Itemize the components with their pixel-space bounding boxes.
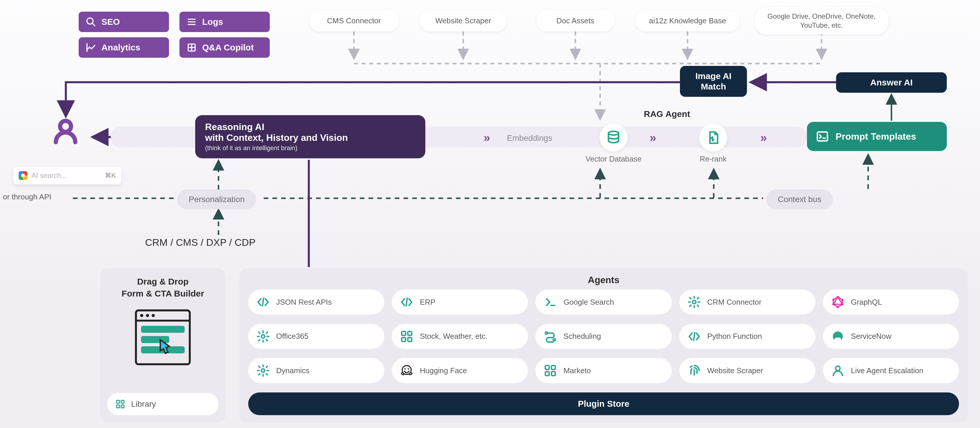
node-vector-database: Vector Database: [585, 124, 641, 164]
agent-stock-weather-etc[interactable]: Stock, Weather, etc.: [392, 324, 528, 349]
route-icon: [544, 330, 557, 343]
svg-point-8: [60, 121, 71, 132]
prompt-templates-block: Prompt Templates: [807, 122, 947, 151]
agent-hugging-face[interactable]: Hugging Face: [392, 358, 528, 383]
source-website-scraper: Website Scraper: [420, 10, 507, 32]
builder-line1: Drag & Drop: [121, 276, 204, 288]
reasoning-ai-block: Reasoning AI with Context, History and V…: [195, 115, 425, 158]
grid-icon: [115, 399, 125, 409]
svg-line-42: [694, 332, 695, 340]
chevrons-icon: ››: [650, 131, 655, 144]
svg-point-30: [841, 299, 843, 301]
chevrons-icon: ››: [484, 131, 489, 144]
library-button[interactable]: Library: [107, 393, 218, 415]
svg-rect-10: [818, 132, 828, 141]
analytics-button[interactable]: Analytics: [79, 37, 169, 58]
agents-panel: Agents JSON Rest APIsERPGoogle SearchCRM…: [239, 268, 968, 423]
svg-rect-21: [121, 400, 124, 403]
agent-graphql[interactable]: GraphQL: [823, 289, 959, 315]
svg-rect-17: [141, 326, 185, 333]
table-icon: [186, 42, 197, 53]
svg-rect-39: [408, 337, 412, 341]
svg-point-51: [835, 366, 840, 371]
gear-icon: [256, 330, 270, 343]
agent-json-rest-apis[interactable]: JSON Rest APIs: [248, 289, 384, 315]
agents-title: Agents: [248, 275, 959, 286]
svg-rect-49: [545, 372, 549, 375]
source-cloud-drives: Google Drive, OneDrive, OneNote, YouTube…: [754, 7, 889, 34]
svg-line-24: [262, 298, 264, 306]
user-icon: [51, 117, 80, 146]
source-knowledge-base: ai12z Knowledge Base: [635, 10, 740, 32]
agent-label: Website Scraper: [707, 366, 763, 375]
terminal-icon: [816, 130, 829, 143]
svg-point-16: [152, 314, 155, 317]
database-icon: [606, 130, 621, 145]
chart-icon: [86, 42, 96, 53]
svg-point-9: [609, 131, 619, 135]
library-label: Library: [131, 399, 156, 409]
agent-label: Python Function: [707, 332, 762, 341]
form-builder-panel: Drag & Drop Form & CTA Builder Library: [100, 268, 226, 423]
document-sort-icon: [706, 130, 721, 145]
svg-rect-18: [141, 336, 169, 343]
agent-python-function[interactable]: Python Function: [679, 324, 815, 349]
user-icon: [831, 364, 845, 377]
search-shortcut: ⌘K: [105, 172, 116, 179]
logs-button[interactable]: Logs: [180, 12, 270, 32]
svg-rect-20: [116, 400, 119, 403]
qa-copilot-button[interactable]: Q&A Copilot: [180, 37, 270, 58]
pill-context-bus: Context bus: [766, 190, 833, 209]
svg-rect-37: [408, 331, 412, 335]
fingerprint-icon: [687, 364, 701, 377]
svg-point-14: [140, 314, 143, 317]
agent-crm-connector[interactable]: CRM Connector: [679, 289, 815, 315]
svg-point-46: [407, 368, 409, 370]
agent-label: Dynamics: [276, 366, 309, 375]
hugface-icon: [400, 364, 414, 377]
node-rerank: Re-rank: [699, 124, 727, 164]
agent-label: Office365: [276, 332, 309, 341]
agent-live-agent-escalation[interactable]: Live Agent Escalation: [823, 358, 959, 383]
agent-erp[interactable]: ERP: [392, 289, 528, 315]
builder-line2: Form & CTA Builder: [121, 288, 204, 300]
svg-rect-50: [552, 372, 555, 375]
svg-rect-23: [121, 405, 124, 408]
code-icon: [400, 295, 414, 309]
agent-google-search[interactable]: Google Search: [535, 289, 671, 315]
svg-point-15: [146, 314, 149, 317]
svg-line-1: [92, 23, 95, 26]
graphql-icon: [831, 295, 845, 309]
grid-icon: [400, 330, 414, 343]
label-embeddings: Embeddings: [507, 134, 552, 143]
ai-search-input[interactable]: AI search... ⌘K: [13, 167, 121, 184]
qa-copilot-label: Q&A Copilot: [202, 43, 254, 53]
answer-ai-block: Answer AI: [836, 72, 947, 93]
svg-rect-38: [402, 337, 406, 341]
reasoning-line3: (think of it as an intelligent brain): [205, 144, 415, 152]
agent-website-scraper[interactable]: Website Scraper: [679, 358, 815, 383]
plugin-store-button[interactable]: Plugin Store: [248, 393, 959, 415]
analytics-label: Analytics: [101, 43, 140, 53]
agent-office365[interactable]: Office365: [248, 324, 384, 349]
label-rag-agent: RAG Agent: [644, 109, 690, 119]
code-icon: [256, 295, 270, 309]
svg-rect-22: [116, 405, 119, 408]
svg-point-34: [832, 299, 835, 301]
agent-servicenow[interactable]: ServiceNow: [823, 324, 959, 349]
seo-button[interactable]: SEO: [79, 12, 169, 32]
grid-icon: [544, 364, 557, 377]
agent-label: ERP: [420, 298, 435, 307]
svg-point-43: [261, 369, 265, 373]
pill-personalization: Personalization: [177, 190, 256, 209]
agent-label: CRM Connector: [707, 298, 762, 307]
agent-marketo[interactable]: Marketo: [535, 358, 671, 383]
agent-label: Stock, Weather, etc.: [420, 332, 487, 341]
source-cms-connector: CMS Connector: [309, 10, 399, 32]
agent-label: ServiceNow: [851, 332, 891, 341]
agent-dynamics[interactable]: Dynamics: [248, 358, 384, 383]
code-icon: [687, 330, 701, 343]
gear-icon: [687, 295, 701, 309]
agent-scheduling[interactable]: Scheduling: [535, 324, 671, 349]
search-placeholder: AI search...: [32, 171, 101, 180]
